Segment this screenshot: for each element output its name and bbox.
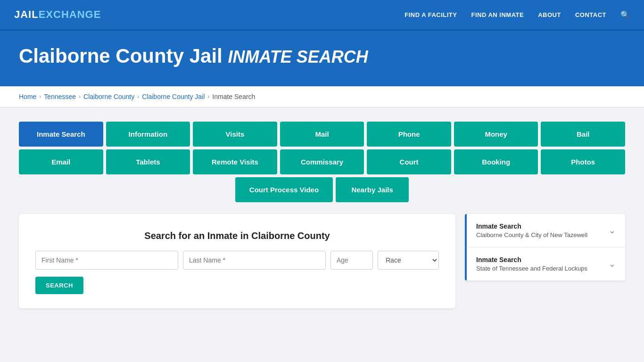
breadcrumb-sep-2: › [79, 93, 81, 100]
sidebar-item-tennessee-title: Inmate Search [476, 256, 587, 263]
search-card-title: Search for an Inmate in Claiborne County [35, 230, 439, 241]
logo[interactable]: JAIL EXCHANGE [14, 8, 101, 21]
sidebar: Inmate Search Claiborne County & City of… [465, 214, 625, 280]
breadcrumb-jail[interactable]: Claiborne County Jail [142, 93, 205, 100]
tab-tablets[interactable]: Tablets [106, 149, 190, 174]
tab-nearby-jails[interactable]: Nearby Jails [336, 177, 409, 202]
sidebar-item-claiborne[interactable]: Inmate Search Claiborne County & City of… [467, 214, 625, 247]
nav-about[interactable]: ABOUT [538, 11, 561, 18]
bottom-section: Search for an Inmate in Claiborne County… [19, 214, 625, 308]
breadcrumb-sep-3: › [137, 93, 139, 100]
tabs-row-2: Email Tablets Remote Visits Commissary C… [19, 149, 625, 174]
breadcrumb: Home › Tennessee › Claiborne County › Cl… [19, 93, 625, 100]
logo-jail: JAIL [14, 8, 39, 21]
age-input[interactable] [330, 251, 373, 270]
main-content: Inmate Search Information Visits Mail Ph… [0, 107, 644, 322]
sidebar-item-tennessee-subtitle: State of Tennessee and Federal Lockups [476, 265, 587, 272]
breadcrumb-tennessee[interactable]: Tennessee [44, 93, 76, 100]
sidebar-item-claiborne-title: Inmate Search [476, 222, 587, 230]
breadcrumb-claiborne-county[interactable]: Claiborne County [83, 93, 134, 100]
tab-email[interactable]: Email [19, 149, 103, 174]
tab-visits[interactable]: Visits [193, 122, 277, 147]
search-icon[interactable]: 🔍 [620, 10, 630, 19]
sidebar-card: Inmate Search Claiborne County & City of… [465, 214, 625, 280]
sidebar-item-claiborne-subtitle: Claiborne County & City of New Tazewell [476, 231, 587, 239]
search-inputs: Race All White Black Hispanic Asian Othe… [35, 251, 439, 270]
tab-photos[interactable]: Photos [541, 149, 625, 174]
last-name-input[interactable] [183, 251, 326, 270]
navbar-links: FIND A FACILITY FIND AN INMATE ABOUT CON… [405, 10, 630, 19]
tab-remote-visits[interactable]: Remote Visits [193, 149, 277, 174]
tab-information[interactable]: Information [106, 122, 190, 147]
nav-contact[interactable]: CONTACT [575, 11, 606, 18]
hero-title-subtitle: INMATE SEARCH [228, 47, 368, 66]
tab-court[interactable]: Court [367, 149, 451, 174]
breadcrumb-home[interactable]: Home [19, 93, 36, 100]
sidebar-item-tennessee[interactable]: Inmate Search State of Tennessee and Fed… [467, 247, 625, 280]
navbar: JAIL EXCHANGE FIND A FACILITY FIND AN IN… [0, 0, 644, 31]
race-select[interactable]: Race All White Black Hispanic Asian Othe… [378, 251, 439, 270]
breadcrumb-bar: Home › Tennessee › Claiborne County › Cl… [0, 86, 644, 107]
search-card: Search for an Inmate in Claiborne County… [19, 214, 455, 308]
tab-inmate-search[interactable]: Inmate Search [19, 122, 103, 147]
logo-exchange: EXCHANGE [39, 8, 101, 21]
search-button[interactable]: SEARCH [35, 277, 83, 294]
tabs-row-3: Court Process Video Nearby Jails [19, 177, 625, 202]
hero-title: Claiborne County Jail INMATE SEARCH [19, 45, 625, 67]
tab-booking[interactable]: Booking [454, 149, 538, 174]
tabs-row-1: Inmate Search Information Visits Mail Ph… [19, 122, 625, 147]
hero-title-main: Claiborne County Jail [19, 45, 223, 67]
first-name-input[interactable] [35, 251, 178, 270]
nav-find-facility[interactable]: FIND A FACILITY [405, 11, 457, 18]
chevron-down-icon-2: ⌄ [609, 259, 616, 269]
tab-court-process-video[interactable]: Court Process Video [235, 177, 333, 202]
tab-mail[interactable]: Mail [280, 122, 364, 147]
breadcrumb-current: Inmate Search [212, 93, 255, 100]
tab-phone[interactable]: Phone [367, 122, 451, 147]
breadcrumb-sep-4: › [207, 93, 209, 100]
tab-commissary[interactable]: Commissary [280, 149, 364, 174]
tab-bail[interactable]: Bail [541, 122, 625, 147]
chevron-down-icon-1: ⌄ [609, 225, 616, 236]
breadcrumb-sep-1: › [39, 93, 41, 100]
tab-money[interactable]: Money [454, 122, 538, 147]
nav-find-inmate[interactable]: FIND AN INMATE [471, 11, 524, 18]
tabs-container: Inmate Search Information Visits Mail Ph… [19, 122, 625, 202]
hero-section: Claiborne County Jail INMATE SEARCH [0, 31, 644, 86]
